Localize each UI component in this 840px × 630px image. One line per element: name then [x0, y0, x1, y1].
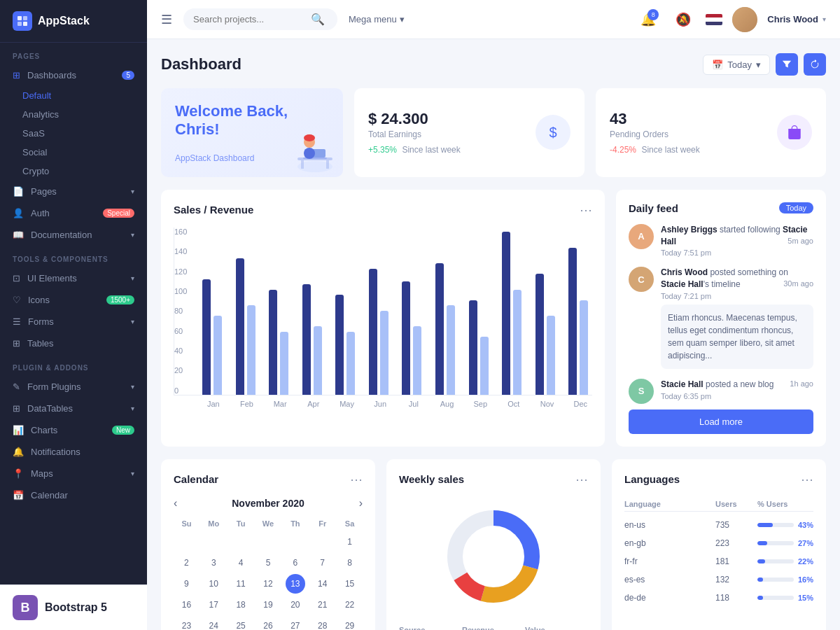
- cal-day-header: We: [255, 517, 281, 531]
- logo-area[interactable]: AppStack: [0, 0, 147, 43]
- feed-text: Stacie Hall posted a new blog 1h ago: [661, 379, 813, 391]
- cal-day[interactable]: 23: [176, 616, 196, 630]
- sales-chart-title: Sales / Revenue: [174, 204, 253, 216]
- languages-menu[interactable]: ⋯: [801, 472, 813, 487]
- earnings-label: Total Earnings: [368, 130, 524, 139]
- doc-chevron: ▾: [131, 231, 134, 239]
- cal-day[interactable]: 5: [258, 553, 278, 573]
- cal-day[interactable]: 3: [204, 553, 223, 573]
- bar-group: [469, 300, 493, 395]
- cal-day[interactable]: 4: [231, 553, 251, 573]
- lang-pct: 22%: [798, 557, 813, 566]
- cal-day[interactable]: 11: [231, 574, 251, 594]
- cal-day[interactable]: 24: [204, 616, 223, 630]
- sidebar-item-social[interactable]: Social: [0, 143, 147, 162]
- sales-chart-header: Sales / Revenue ⋯: [174, 202, 592, 218]
- sidebar-item-tables[interactable]: ⊞ Tables: [0, 332, 147, 354]
- cal-day[interactable]: 26: [258, 616, 278, 630]
- sidebar-item-calendar[interactable]: 📅 Calendar: [0, 484, 147, 506]
- search-input[interactable]: [193, 14, 305, 24]
- today-chevron: ▾: [756, 59, 761, 70]
- cal-day[interactable]: 6: [286, 553, 305, 573]
- user-dropdown[interactable]: Chris Wood ▾: [767, 14, 826, 24]
- sidebar-item-documentation[interactable]: 📖 Documentation ▾: [0, 224, 147, 246]
- cal-day[interactable]: 28: [313, 616, 332, 630]
- languages-title: Languages: [624, 473, 680, 485]
- languages-card: Languages ⋯ Language Users % Users en-us…: [612, 459, 826, 630]
- calendar-menu[interactable]: ⋯: [350, 472, 363, 487]
- cal-next-button[interactable]: ›: [359, 497, 363, 510]
- sidebar-item-saas[interactable]: SaaS: [0, 124, 147, 143]
- cal-day[interactable]: 19: [258, 595, 278, 615]
- cal-day[interactable]: 15: [340, 574, 360, 594]
- cal-day[interactable]: 10: [204, 574, 223, 594]
- sidebar-item-maps[interactable]: 📍 Maps ▾: [0, 463, 147, 484]
- notifications-button[interactable]: 🔔 8: [636, 7, 661, 32]
- cal-day[interactable]: 8: [340, 553, 360, 573]
- datatables-chevron: ▾: [131, 405, 134, 412]
- sidebar-item-analytics[interactable]: Analytics: [0, 105, 147, 124]
- lang-name: fr-fr: [624, 556, 715, 566]
- feed-item: SStacie Hall posted a new blog 1h agoTod…: [629, 379, 813, 404]
- bar-dark: [236, 258, 244, 395]
- earnings-info: $ 24.300 Total Earnings +5.35% Since las…: [368, 110, 524, 155]
- cal-day[interactable]: 21: [313, 595, 332, 615]
- cal-day[interactable]: 17: [204, 595, 223, 615]
- sidebar-item-charts[interactable]: 📊 Charts New: [0, 419, 147, 441]
- feed-time-ago: 1h ago: [790, 379, 813, 389]
- sidebar-item-ui-elements[interactable]: ⊡ UI Elements ▾: [0, 267, 147, 289]
- bootstrap-banner[interactable]: B Bootstrap 5: [0, 584, 147, 630]
- sidebar-item-forms[interactable]: ☰ Forms ▾: [0, 311, 147, 332]
- cal-day: [313, 532, 332, 552]
- cal-day[interactable]: 20: [286, 595, 305, 615]
- cal-prev-button[interactable]: ‹: [174, 497, 177, 510]
- cal-day[interactable]: 27: [286, 616, 305, 630]
- cal-day-header: Mo: [201, 517, 227, 531]
- sidebar-item-dashboards[interactable]: ⊞ Dashboards 5: [0, 64, 147, 86]
- sidebar-item-default[interactable]: Default: [0, 86, 147, 105]
- language-flag[interactable]: [706, 14, 722, 25]
- weekly-table: Source Revenue Value Direct $ 2802 +43%S…: [399, 623, 588, 630]
- daily-feed-list: AAshley Briggs started following Stacie …: [629, 224, 813, 404]
- alerts-button[interactable]: 🔕: [671, 7, 696, 32]
- lang-users: 118: [715, 593, 757, 603]
- weekly-sales-menu[interactable]: ⋯: [575, 472, 588, 487]
- lang-bar-container: 43%: [757, 521, 813, 529]
- refresh-button[interactable]: [804, 53, 826, 76]
- sidebar-item-datatables[interactable]: ⊞ DataTables ▾: [0, 398, 147, 419]
- x-label: Oct: [502, 400, 526, 408]
- cal-day[interactable]: 18: [231, 595, 251, 615]
- cal-day[interactable]: 16: [176, 595, 196, 615]
- cal-day[interactable]: 14: [313, 574, 332, 594]
- lang-table-header: Language Users % Users: [624, 497, 813, 512]
- cal-day[interactable]: 2: [176, 553, 196, 573]
- cal-day[interactable]: 29: [340, 616, 360, 630]
- cal-day[interactable]: 22: [340, 595, 360, 615]
- filter-button[interactable]: [776, 53, 798, 76]
- alert-icon: 🔕: [676, 12, 691, 27]
- load-more-button[interactable]: Load more: [629, 410, 813, 434]
- svg-point-11: [304, 148, 315, 159]
- weekly-sales-title: Weekly sales: [399, 473, 464, 485]
- cal-day[interactable]: 12: [258, 574, 278, 594]
- cal-day[interactable]: 13: [286, 574, 305, 594]
- datatables-icon: ⊞: [13, 403, 20, 414]
- cal-day[interactable]: 7: [313, 553, 332, 573]
- calendar-card-header: Calendar ⋯: [174, 472, 363, 487]
- cal-day[interactable]: 1: [340, 532, 360, 552]
- sidebar-item-form-plugins[interactable]: ✎ Form Plugins ▾: [0, 376, 147, 398]
- sidebar-item-crypto[interactable]: Crypto: [0, 162, 147, 181]
- sidebar-item-icons[interactable]: ♡ Icons 1500+: [0, 289, 147, 311]
- sidebar-item-pages[interactable]: 📄 Pages ▾: [0, 181, 147, 202]
- bar-group: [302, 284, 326, 395]
- cal-day[interactable]: 25: [231, 616, 251, 630]
- cal-day[interactable]: 9: [176, 574, 196, 594]
- sidebar-item-auth[interactable]: 👤 Auth Special: [0, 202, 147, 224]
- mega-menu-button[interactable]: Mega menu ▾: [349, 14, 405, 24]
- x-label: Aug: [435, 400, 459, 408]
- bar-chart: 160140120100806040200 JanFebMarAprMayJun…: [174, 227, 592, 424]
- sidebar-item-notifications[interactable]: 🔔 Notifications: [0, 441, 147, 463]
- today-button[interactable]: 📅 Today ▾: [703, 55, 770, 75]
- sales-chart-menu[interactable]: ⋯: [580, 202, 592, 218]
- hamburger-button[interactable]: ☰: [161, 12, 172, 27]
